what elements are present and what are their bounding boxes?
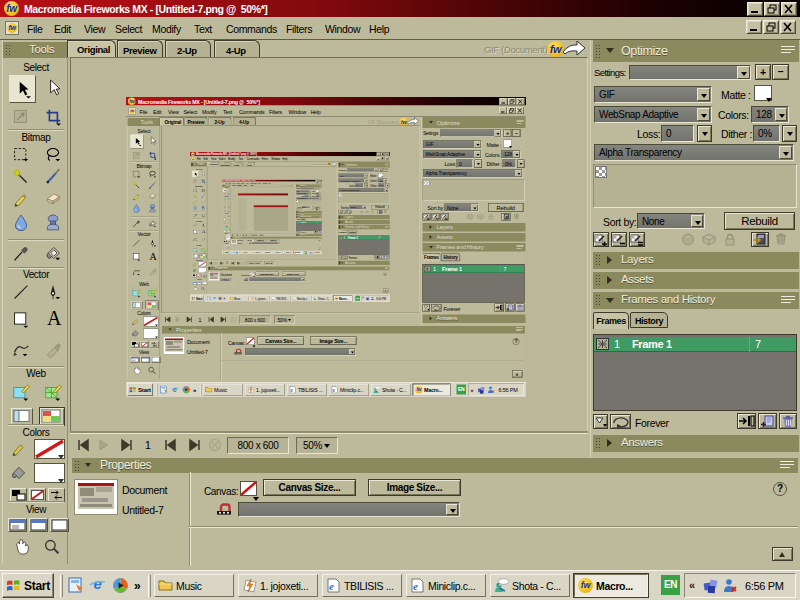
svg-text:e: e (329, 580, 334, 592)
svg-text:e: e (413, 580, 418, 592)
